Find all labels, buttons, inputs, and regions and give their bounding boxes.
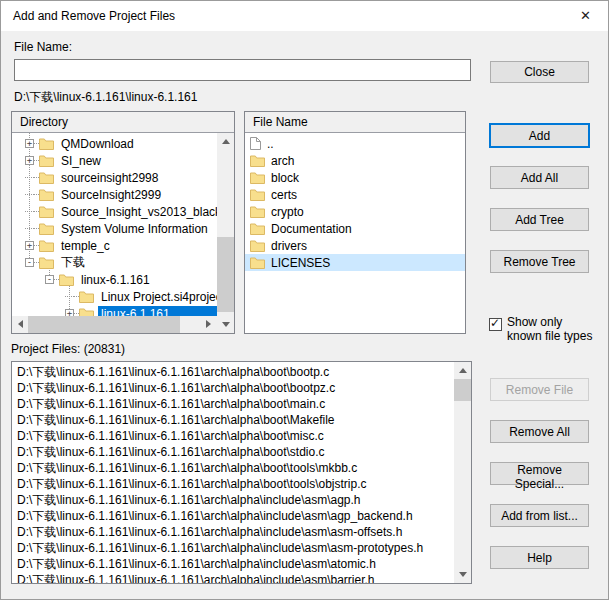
- project-file-row[interactable]: D:\下载\linux-6.1.161\linux-6.1.161\arch\a…: [13, 396, 454, 412]
- project-file-row[interactable]: D:\下载\linux-6.1.161\linux-6.1.161\arch\a…: [13, 572, 454, 583]
- scroll-down-icon[interactable]: [217, 316, 234, 333]
- folder-icon: [250, 222, 265, 235]
- project-files-vertical-scrollbar[interactable]: [454, 362, 471, 583]
- folder-icon: [250, 256, 265, 269]
- scrollbar-thumb[interactable]: [454, 379, 471, 401]
- folder-icon: [250, 239, 265, 252]
- file-item-label: certs: [271, 188, 297, 202]
- project-file-row[interactable]: D:\下载\linux-6.1.161\linux-6.1.161\arch\a…: [13, 524, 454, 540]
- scroll-left-icon[interactable]: [12, 316, 29, 333]
- project-files-count-label: Project Files: (20831): [11, 342, 125, 356]
- folder-icon: [250, 154, 265, 167]
- folder-icon: [39, 171, 54, 184]
- close-window-icon[interactable]: ✕: [563, 1, 608, 31]
- checkbox-checked-icon[interactable]: ✓: [489, 318, 502, 331]
- project-file-row[interactable]: D:\下载\linux-6.1.161\linux-6.1.161\arch\a…: [13, 476, 454, 492]
- scrollbar-thumb[interactable]: [217, 237, 234, 312]
- file-item-label: Documentation: [271, 222, 352, 236]
- project-file-row[interactable]: D:\下载\linux-6.1.161\linux-6.1.161\arch\a…: [13, 444, 454, 460]
- title-bar: Add and Remove Project Files ✕: [1, 1, 608, 31]
- folder-icon: [39, 222, 54, 235]
- directory-tree-item[interactable]: + temple_c: [12, 237, 217, 254]
- add-from-list-button[interactable]: Add from list...: [490, 504, 589, 527]
- tree-expand-toggle-icon[interactable]: +: [25, 139, 34, 148]
- folder-icon: [39, 154, 54, 167]
- scroll-up-icon[interactable]: [454, 362, 471, 379]
- checkbox-label: Show only known file types: [507, 315, 593, 343]
- file-list-item[interactable]: arch: [245, 152, 465, 169]
- tree-expand-toggle-icon[interactable]: +: [65, 309, 74, 316]
- tree-expand-toggle-icon[interactable]: -: [45, 275, 54, 284]
- file-list-item[interactable]: certs: [245, 186, 465, 203]
- add-button[interactable]: Add: [489, 123, 590, 148]
- directory-tree-item[interactable]: - 下载: [12, 254, 217, 271]
- scrollbar-thumb[interactable]: [28, 316, 180, 333]
- tree-item-label: linux-6.1.161: [98, 306, 217, 317]
- directory-vertical-scrollbar[interactable]: [217, 133, 234, 333]
- tree-item-label: SI_new: [58, 153, 104, 169]
- tree-item-label: linux-6.1.161: [78, 272, 153, 288]
- project-file-row[interactable]: D:\下载\linux-6.1.161\linux-6.1.161\arch\a…: [13, 460, 454, 476]
- file-list-item[interactable]: Documentation: [245, 220, 465, 237]
- folder-icon: [39, 137, 54, 150]
- file-icon: [250, 137, 261, 150]
- tree-expand-toggle-icon[interactable]: +: [25, 156, 34, 165]
- show-only-known-file-types-option[interactable]: ✓ Show only known file types: [489, 315, 593, 343]
- tree-item-label: Source_Insight_vs2013_black_c: [58, 204, 217, 220]
- directory-tree-item[interactable]: SourceInsight2999: [12, 186, 217, 203]
- tree-expand-toggle-icon[interactable]: +: [25, 241, 34, 250]
- folder-icon: [59, 273, 74, 286]
- close-button[interactable]: Close: [490, 61, 589, 83]
- help-button[interactable]: Help: [490, 546, 589, 569]
- current-path-label: D:\下载\linux-6.1.161\linux-6.1.161: [14, 89, 197, 106]
- directory-tree: + QMDownload + SI_new sourceinsight2998 …: [12, 133, 234, 333]
- file-item-label: block: [271, 171, 299, 185]
- directory-tree-item[interactable]: + SI_new: [12, 152, 217, 169]
- project-file-row[interactable]: D:\下载\linux-6.1.161\linux-6.1.161\arch\a…: [13, 540, 454, 556]
- tree-item-label: System Volume Information: [58, 221, 211, 237]
- tree-connector-line: [25, 194, 34, 195]
- file-list-item[interactable]: block: [245, 169, 465, 186]
- file-list-item[interactable]: drivers: [245, 237, 465, 254]
- directory-tree-item[interactable]: sourceinsight2998: [12, 169, 217, 186]
- directory-tree-item[interactable]: + QMDownload: [12, 135, 217, 152]
- tree-expand-toggle-icon[interactable]: -: [25, 258, 34, 267]
- scroll-down-icon[interactable]: [454, 566, 471, 583]
- project-file-row[interactable]: D:\下载\linux-6.1.161\linux-6.1.161\arch\a…: [13, 364, 454, 380]
- directory-tree-item[interactable]: System Volume Information: [12, 220, 217, 237]
- directory-horizontal-scrollbar[interactable]: [12, 316, 217, 333]
- project-file-row[interactable]: D:\下载\linux-6.1.161\linux-6.1.161\arch\a…: [13, 556, 454, 572]
- file-list-item[interactable]: ..: [245, 135, 465, 152]
- project-files-list: D:\下载\linux-6.1.161\linux-6.1.161\arch\a…: [11, 361, 472, 584]
- file-item-label: crypto: [271, 205, 304, 219]
- tree-item-label: 下载: [58, 253, 88, 272]
- file-list-item[interactable]: LICENSES: [245, 254, 465, 271]
- folder-icon: [39, 188, 54, 201]
- remove-all-button[interactable]: Remove All: [490, 420, 589, 443]
- remove-tree-button[interactable]: Remove Tree: [490, 250, 589, 273]
- tree-connector-line: [25, 211, 34, 212]
- file-list-item[interactable]: crypto: [245, 203, 465, 220]
- project-file-row[interactable]: D:\下载\linux-6.1.161\linux-6.1.161\arch\a…: [13, 412, 454, 428]
- directory-tree-item[interactable]: Source_Insight_vs2013_black_c: [12, 203, 217, 220]
- add-remove-project-files-dialog: Add and Remove Project Files ✕ File Name…: [0, 0, 609, 600]
- file-list-panel: File Name .. arch block certs crypto: [244, 111, 466, 334]
- file-name-input[interactable]: [14, 59, 471, 81]
- directory-panel-header: Directory: [12, 112, 234, 133]
- add-tree-button[interactable]: Add Tree: [490, 208, 589, 231]
- project-file-row[interactable]: D:\下载\linux-6.1.161\linux-6.1.161\arch\a…: [13, 508, 454, 524]
- add-all-button[interactable]: Add All: [490, 166, 589, 189]
- file-item-label: arch: [271, 154, 294, 168]
- directory-tree-item[interactable]: - linux-6.1.161: [12, 271, 217, 288]
- project-file-row[interactable]: D:\下载\linux-6.1.161\linux-6.1.161\arch\a…: [13, 492, 454, 508]
- project-file-row[interactable]: D:\下载\linux-6.1.161\linux-6.1.161\arch\a…: [13, 380, 454, 396]
- directory-tree-item[interactable]: + linux-6.1.161: [12, 305, 217, 316]
- scroll-right-icon[interactable]: [200, 316, 217, 333]
- window-title: Add and Remove Project Files: [13, 9, 175, 23]
- directory-tree-item[interactable]: Linux Project.si4project: [12, 288, 217, 305]
- tree-connector-line: [65, 296, 74, 297]
- tree-connector-line: [25, 177, 34, 178]
- project-file-row[interactable]: D:\下载\linux-6.1.161\linux-6.1.161\arch\a…: [13, 428, 454, 444]
- remove-special-button[interactable]: Remove Special...: [490, 462, 589, 485]
- scroll-up-icon[interactable]: [217, 133, 234, 150]
